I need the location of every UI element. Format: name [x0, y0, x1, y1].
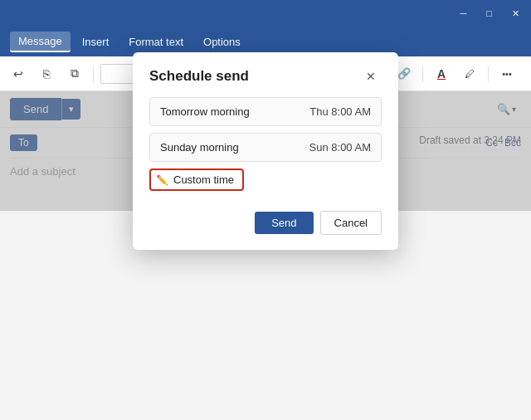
- modal-cancel-button[interactable]: Cancel: [320, 211, 382, 235]
- menu-item-format-text[interactable]: Format text: [120, 32, 192, 51]
- tomorrow-morning-label: Tomorrow morning: [160, 105, 250, 118]
- custom-time-label: Custom time: [173, 173, 234, 186]
- toolbar-separator-1: [93, 66, 94, 82]
- undo-icon[interactable]: ↩: [7, 62, 30, 85]
- menu-item-message[interactable]: Message: [10, 32, 71, 52]
- modal-body: Tomorrow morning Thu 8:00 AM Sunday morn…: [133, 97, 398, 204]
- tomorrow-morning-option[interactable]: Tomorrow morning Thu 8:00 AM: [149, 97, 382, 126]
- tomorrow-morning-time: Thu 8:00 AM: [309, 105, 371, 118]
- maximize-button[interactable]: □: [481, 5, 497, 22]
- font-color-icon[interactable]: A: [430, 62, 453, 85]
- modal-header: Schedule send ✕: [133, 52, 398, 97]
- modal-close-button[interactable]: ✕: [360, 66, 382, 87]
- pencil-icon: ✏️: [156, 174, 168, 186]
- more-tools-button[interactable]: •••: [495, 62, 519, 85]
- minimize-button[interactable]: ─: [455, 5, 472, 22]
- close-button[interactable]: ✕: [507, 5, 524, 22]
- title-bar: ─ □ ✕: [0, 0, 531, 27]
- modal-send-button[interactable]: Send: [255, 212, 313, 234]
- sunday-morning-option[interactable]: Sunday morning Sun 8:00 AM: [149, 133, 382, 162]
- modal-overlay: Schedule send ✕ Tomorrow morning Thu 8:0…: [0, 91, 531, 211]
- schedule-send-modal: Schedule send ✕ Tomorrow morning Thu 8:0…: [133, 52, 398, 250]
- copy-icon[interactable]: ⎘: [35, 62, 58, 85]
- custom-time-option[interactable]: ✏️ Custom time: [149, 168, 244, 191]
- modal-footer: Send Cancel: [133, 204, 398, 250]
- sunday-morning-time: Sun 8:00 AM: [309, 141, 371, 154]
- menu-item-insert[interactable]: Insert: [74, 32, 118, 51]
- sunday-morning-label: Sunday morning: [160, 141, 239, 154]
- paste-icon[interactable]: ⧉: [63, 62, 86, 85]
- main-content: Send ▾ 🔍 ▾ To Draft saved at 3:24 PM Cc …: [0, 91, 531, 211]
- highlight-icon[interactable]: 🖊: [458, 62, 481, 85]
- menu-item-options[interactable]: Options: [195, 32, 249, 51]
- toolbar-separator-4: [422, 66, 423, 82]
- toolbar-separator-5: [488, 66, 489, 82]
- modal-title: Schedule send: [149, 68, 249, 85]
